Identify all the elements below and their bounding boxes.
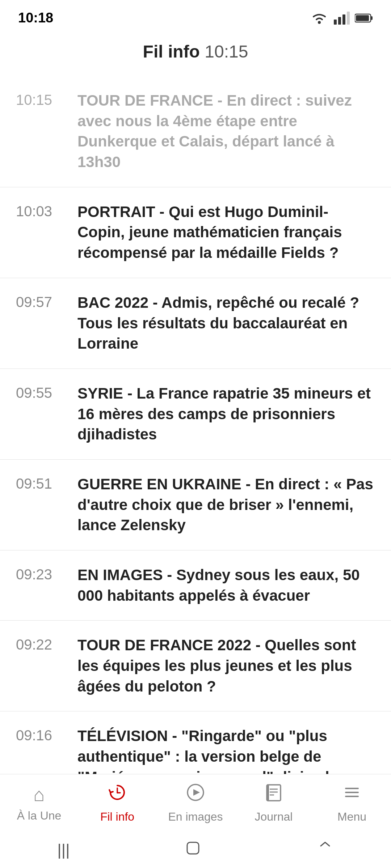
- news-item[interactable]: 09:55SYRIE - La France rapatrie 35 mineu…: [0, 369, 391, 460]
- svg-rect-3: [342, 14, 345, 25]
- svg-marker-11: [193, 789, 200, 796]
- svg-point-0: [318, 21, 321, 24]
- news-time: 09:22: [16, 635, 63, 653]
- svg-rect-2: [338, 17, 341, 25]
- menu-icon: [342, 783, 362, 807]
- status-icons: [310, 12, 373, 25]
- signal-icon: [334, 12, 350, 25]
- nav-label-journal: Journal: [255, 810, 293, 824]
- news-title: EN IMAGES - Sydney sous les eaux, 50 000…: [77, 565, 375, 606]
- news-time: 09:57: [16, 293, 63, 310]
- status-bar: 10:18: [0, 0, 391, 31]
- nav-item-menu[interactable]: Menu: [313, 774, 391, 832]
- news-title: GUERRE EN UKRAINE - En direct : « Pas d'…: [77, 474, 375, 536]
- svg-rect-4: [347, 12, 350, 25]
- news-title: TOUR DE FRANCE 2022 - Quelles sont les é…: [77, 635, 375, 697]
- news-item[interactable]: 09:51GUERRE EN UKRAINE - En direct : « P…: [0, 460, 391, 550]
- news-time: 09:51: [16, 474, 63, 492]
- news-title: PORTRAIT - Qui est Hugo Duminil-Copin, j…: [77, 202, 375, 263]
- nav-label-en-images: En images: [168, 810, 223, 824]
- sys-home-icon[interactable]: [184, 839, 202, 860]
- journal-icon: [264, 783, 283, 807]
- nav-item-en-images[interactable]: En images: [156, 774, 235, 832]
- svg-rect-1: [334, 20, 337, 25]
- sys-back-icon[interactable]: |||: [57, 841, 70, 859]
- news-item[interactable]: 10:15TOUR DE FRANCE - En direct : suivez…: [0, 76, 391, 187]
- news-time: 09:55: [16, 383, 63, 401]
- news-title: TOUR DE FRANCE - En direct : suivez avec…: [77, 90, 375, 173]
- battery-icon: [355, 13, 373, 24]
- svg-rect-6: [371, 16, 373, 20]
- nav-label-fil-info: Fil info: [100, 810, 134, 824]
- wifi-icon: [310, 12, 329, 25]
- sys-recent-icon[interactable]: [316, 839, 334, 860]
- header-title: Fil info: [143, 42, 200, 61]
- news-time: 09:16: [16, 726, 63, 744]
- news-time: 09:23: [16, 565, 63, 583]
- nav-item-home[interactable]: ⌂ À la Une: [0, 774, 78, 832]
- status-time: 10:18: [18, 10, 53, 26]
- news-item[interactable]: 10:03PORTRAIT - Qui est Hugo Duminil-Cop…: [0, 187, 391, 278]
- news-time: 10:15: [16, 90, 63, 108]
- fil-info-icon: [108, 783, 127, 807]
- news-title: SYRIE - La France rapatrie 35 mineurs et…: [77, 383, 375, 445]
- home-icon: ⌂: [33, 784, 45, 805]
- bottom-nav: ⌂ À la Une Fil info En images: [0, 774, 391, 832]
- news-time: 10:03: [16, 202, 63, 220]
- svg-rect-16: [267, 785, 269, 801]
- nav-label-menu: Menu: [337, 810, 366, 824]
- news-item[interactable]: 09:23EN IMAGES - Sydney sous les eaux, 5…: [0, 550, 391, 621]
- nav-item-fil-info[interactable]: Fil info: [78, 774, 156, 832]
- news-list: 10:15TOUR DE FRANCE - En direct : suivez…: [0, 76, 391, 823]
- header-time: 10:15: [205, 42, 248, 61]
- svg-rect-20: [187, 842, 199, 854]
- nav-item-journal[interactable]: Journal: [235, 774, 313, 832]
- nav-label-home: À la Une: [17, 809, 62, 822]
- page-header: Fil info 10:15: [0, 31, 391, 76]
- news-item[interactable]: 09:57BAC 2022 - Admis, repêché ou recalé…: [0, 278, 391, 369]
- svg-rect-7: [356, 15, 369, 21]
- news-title: BAC 2022 - Admis, repêché ou recalé ? To…: [77, 293, 375, 354]
- en-images-icon: [186, 783, 205, 807]
- system-nav: |||: [0, 832, 391, 868]
- news-item[interactable]: 09:22TOUR DE FRANCE 2022 - Quelles sont …: [0, 621, 391, 711]
